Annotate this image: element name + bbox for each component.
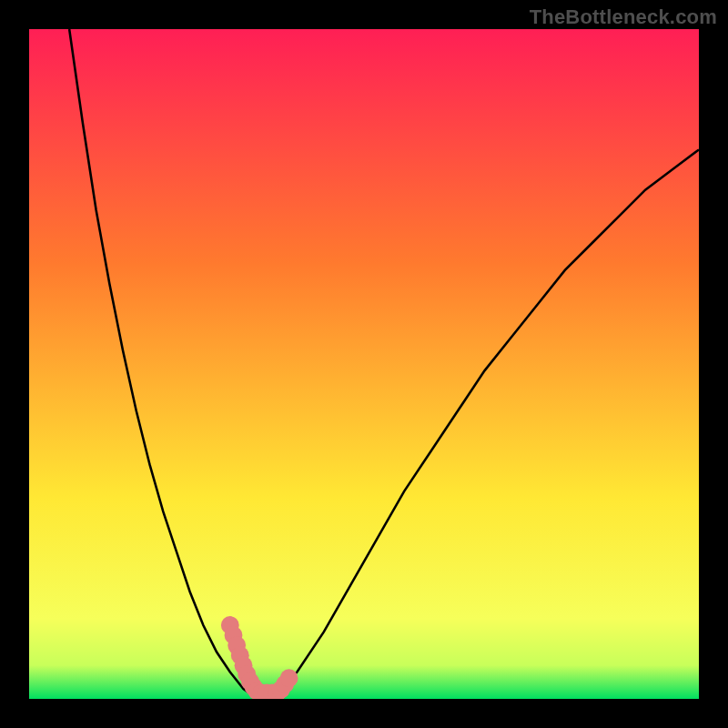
marker-dot [280, 669, 298, 687]
chart-frame: TheBottleneck.com [0, 0, 728, 728]
plot-background [29, 29, 699, 699]
plot-area [29, 29, 699, 699]
watermark-text: TheBottleneck.com [530, 5, 717, 29]
chart-svg [29, 29, 699, 699]
